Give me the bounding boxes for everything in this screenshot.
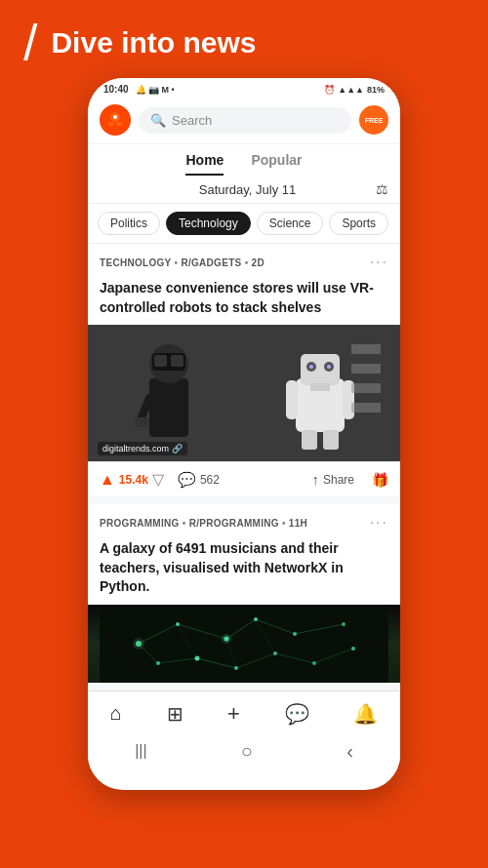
post-category-2: PROGRAMMING • r/programming • 11h [100,518,307,529]
android-recent[interactable]: ||| [135,742,146,760]
bottom-nav: ⌂ ⊞ + 💬 🔔 [88,690,400,732]
apps-icon: ⊞ [167,702,183,726]
svg-rect-12 [301,354,340,385]
nav-add[interactable]: + [220,699,248,729]
svg-rect-7 [154,355,167,367]
nav-home[interactable]: ⌂ [102,700,130,727]
svg-point-44 [254,617,258,621]
svg-point-2 [108,122,114,126]
svg-point-1 [113,115,117,119]
svg-rect-21 [323,430,339,450]
svg-rect-18 [286,380,298,419]
svg-rect-25 [351,403,381,413]
svg-rect-24 [351,383,381,393]
tab-home[interactable]: Home [185,152,224,176]
category-science[interactable]: Science [257,212,324,235]
upvote-button-1[interactable]: ▲ [100,471,115,489]
category-politics[interactable]: Politics [98,212,160,235]
svg-rect-10 [135,417,148,427]
svg-point-49 [234,666,238,670]
status-bar: 10:40 🔔 📷 M • ⏰ ▲▲▲ 81% [88,78,400,99]
post-actions-1: ▲ 15.4k ▽ 💬 562 ↑ Share 🎁 [88,461,400,496]
search-placeholder: Search [172,113,212,128]
app-header: 🔍 Search FREE [88,99,400,144]
svg-point-54 [133,638,144,650]
post-meta-2: PROGRAMMING • r/programming • 11h ··· [88,504,400,535]
share-button-1[interactable]: ↑ Share [311,471,354,488]
svg-point-47 [156,661,160,665]
chat-icon: 💬 [285,702,309,726]
tagline: Dive into news [51,26,256,59]
search-bar[interactable]: 🔍 Search [139,107,351,134]
date-text: Saturday, July 11 [119,182,376,197]
share-icon-1: ↑ [311,471,319,488]
svg-rect-4 [149,378,188,437]
svg-point-3 [116,122,122,126]
post-title-1: Japanese convenience stores will use VR-… [88,275,400,325]
tab-popular[interactable]: Popular [251,152,302,176]
nav-chat[interactable]: 💬 [277,700,317,728]
header-area: / Dive into news [0,0,488,78]
post-title-2: A galaxy of 6491 musicians and their tea… [88,535,400,605]
post-image-1: digitaltrends.com 🔗 [88,325,400,461]
svg-rect-8 [171,355,183,367]
add-icon: + [227,701,240,727]
tabs-container: Home Popular [88,144,400,176]
bell-icon: 🔔 [353,702,378,726]
app-logo [100,104,131,136]
comment-button-1[interactable]: 💬 562 [178,471,220,489]
slash-icon: / [23,18,37,68]
category-technology[interactable]: Technology [166,212,251,235]
status-right: ⏰ ▲▲▲ 81% [324,85,385,95]
vote-group-1: ▲ 15.4k ▽ [100,470,164,489]
svg-point-16 [327,365,331,369]
share-label-1: Share [323,473,354,487]
svg-point-42 [176,622,180,626]
home-icon: ⌂ [110,702,122,725]
status-left: 10:40 🔔 📷 M • [103,84,175,95]
filter-icon[interactable]: ⚖ [376,181,388,197]
vote-count-1: 15.4k [119,473,148,487]
comment-count-1: 562 [200,473,220,487]
category-sports[interactable]: Sports [329,212,388,235]
svg-rect-17 [310,383,330,391]
nav-notifications[interactable]: 🔔 [346,700,386,728]
downvote-button-1[interactable]: ▽ [152,470,164,489]
battery-level: 81% [367,85,385,95]
svg-point-51 [312,661,316,665]
phone-frame: 10:40 🔔 📷 M • ⏰ ▲▲▲ 81% 🔍 Search FREE Ho… [88,78,400,790]
android-home[interactable]: ○ [241,740,253,763]
post-card-1: TECHNOLOGY • r/gadgets • 2d ··· Japanese… [88,244,400,496]
svg-point-48 [195,655,200,660]
signal-icon: ▲▲▲ [338,85,364,95]
svg-rect-23 [351,364,381,374]
svg-point-52 [351,647,355,651]
content-area: TECHNOLOGY • r/gadgets • 2d ··· Japanese… [88,244,400,690]
award-button-1[interactable]: 🎁 [372,472,388,488]
status-time: 10:40 [103,84,129,95]
post-card-2: PROGRAMMING • r/programming • 11h ··· A … [88,504,400,683]
post-more-2[interactable]: ··· [370,514,388,532]
post-image-2 [88,605,400,683]
post-more-1[interactable]: ··· [370,254,388,271]
svg-point-45 [293,632,297,636]
alarm-icon: ⏰ [324,85,335,95]
comment-icon-1: 💬 [178,471,196,489]
search-icon: 🔍 [150,113,166,128]
free-badge[interactable]: FREE [359,105,388,135]
date-row: Saturday, July 11 ⚖ [88,176,400,204]
post-meta-1: TECHNOLOGY • r/gadgets • 2d ··· [88,244,400,275]
category-row: Politics Technology Science Sports [88,204,400,244]
image-source-1: digitaltrends.com 🔗 [98,442,187,455]
svg-point-53 [222,634,231,644]
android-back[interactable]: ‹ [346,740,353,763]
svg-rect-22 [351,344,381,354]
nav-apps[interactable]: ⊞ [159,700,191,728]
android-nav: ||| ○ ‹ [88,732,400,772]
svg-point-15 [309,365,313,369]
svg-rect-20 [302,430,317,450]
post-category-1: TECHNOLOGY • r/gadgets • 2d [100,257,264,268]
svg-point-46 [342,622,346,626]
svg-point-50 [273,651,277,655]
status-icons: 🔔 📷 M • [136,85,175,95]
